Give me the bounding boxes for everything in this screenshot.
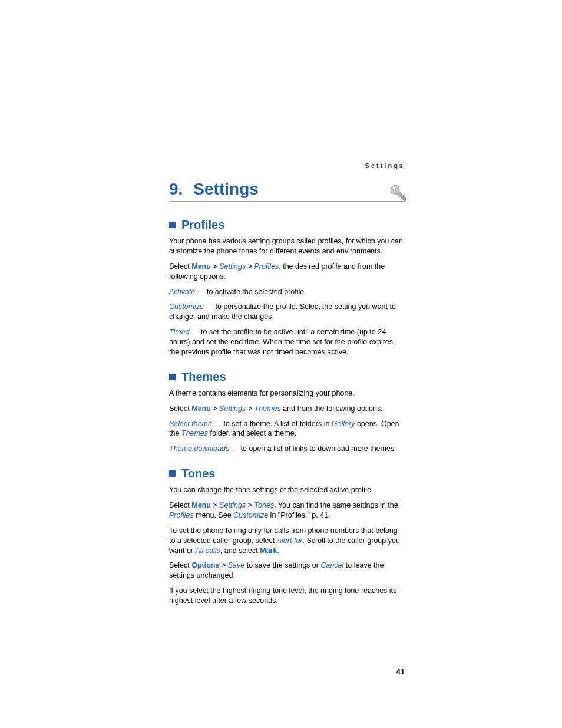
inline-link: All calls bbox=[195, 546, 220, 555]
paragraph: Select Menu > Settings > Themes and from… bbox=[169, 404, 405, 414]
section-heading-profiles: Profiles bbox=[169, 218, 405, 232]
wrench-icon bbox=[388, 183, 411, 207]
text: and from the following options: bbox=[281, 404, 383, 413]
menu-path-item: Options bbox=[191, 561, 219, 569]
option-desc: — to open a list of links to download mo… bbox=[229, 444, 394, 453]
square-bullet-icon bbox=[169, 470, 176, 477]
text: — to set a theme. A list of folders in bbox=[212, 420, 332, 428]
text: in "Profiles," p. 41. bbox=[268, 511, 330, 519]
option-term: Theme downloads bbox=[169, 444, 229, 453]
menu-path-item: Tones bbox=[254, 501, 275, 509]
paragraph: Your phone has various setting groups ca… bbox=[169, 236, 405, 256]
section-title: Themes bbox=[181, 370, 226, 384]
option-desc: — to set the profile to be active until … bbox=[169, 328, 395, 356]
text: > bbox=[219, 561, 227, 569]
menu-path-item: Profiles bbox=[254, 262, 279, 271]
text: > bbox=[211, 404, 219, 413]
text: Select bbox=[169, 404, 191, 413]
inline-link: Mark bbox=[260, 546, 277, 555]
inline-link: Alert for bbox=[277, 536, 303, 545]
text: > bbox=[246, 262, 254, 271]
section-title: Tones bbox=[181, 467, 215, 480]
text: > bbox=[211, 501, 219, 509]
text: > bbox=[246, 404, 254, 413]
menu-path-item: Menu bbox=[191, 501, 211, 509]
section-heading-tones: Tones bbox=[169, 467, 405, 480]
chapter-heading: 9. Settings bbox=[169, 180, 405, 202]
running-header: Settings bbox=[169, 162, 405, 169]
paragraph: Select Menu > Settings > Tones. You can … bbox=[169, 500, 405, 521]
inline-link: Save bbox=[228, 561, 245, 569]
paragraph: Select Menu > Settings > Profiles, the d… bbox=[169, 262, 405, 282]
text: . bbox=[277, 546, 279, 555]
option-select-theme: Select theme — to set a theme. A list of… bbox=[169, 419, 405, 439]
text: folder, and select a theme. bbox=[208, 429, 296, 437]
option-timed: Timed — to set the profile to be active … bbox=[169, 327, 405, 357]
text: Select bbox=[169, 262, 191, 271]
paragraph: To set the phone to ring only for calls … bbox=[169, 526, 405, 556]
paragraph: A theme contains elements for personaliz… bbox=[169, 388, 405, 398]
menu-path-item: Settings bbox=[219, 404, 246, 413]
inline-link: Customize bbox=[233, 511, 268, 519]
option-term: Select theme bbox=[169, 420, 212, 428]
text: to save the settings or bbox=[244, 561, 320, 569]
text: menu. See bbox=[194, 511, 233, 519]
square-bullet-icon bbox=[169, 374, 176, 380]
document-page: Settings 9. Settings Profiles Your phone… bbox=[169, 162, 405, 611]
paragraph: You can change the tone settings of the … bbox=[169, 485, 405, 495]
option-activate: Activate — to activate the selected prof… bbox=[169, 287, 405, 297]
inline-link: Profiles bbox=[169, 511, 194, 519]
menu-path-item: Menu bbox=[191, 404, 211, 413]
text: . You can find the same settings in the bbox=[274, 501, 398, 509]
text: , and select bbox=[220, 546, 260, 555]
option-desc: — to activate the selected profile bbox=[195, 288, 304, 296]
square-bullet-icon bbox=[169, 222, 176, 228]
inline-link: Themes bbox=[181, 429, 208, 437]
inline-link: Gallery bbox=[332, 420, 355, 428]
text: > bbox=[211, 262, 219, 271]
paragraph: If you select the highest ringing tone l… bbox=[169, 586, 405, 606]
menu-path-item: Settings bbox=[219, 501, 246, 509]
menu-path-item: Themes bbox=[254, 404, 281, 413]
inline-link: Cancel bbox=[320, 561, 343, 569]
text: Select bbox=[169, 561, 191, 569]
option-term: Timed bbox=[169, 328, 190, 336]
section-heading-themes: Themes bbox=[169, 370, 405, 384]
chapter-title: Settings bbox=[193, 180, 258, 199]
option-theme-downloads: Theme downloads — to open a list of link… bbox=[169, 444, 405, 454]
section-title: Profiles bbox=[181, 218, 224, 232]
option-term: Customize bbox=[169, 302, 204, 311]
menu-path-item: Menu bbox=[191, 262, 211, 271]
page-number: 41 bbox=[396, 667, 405, 676]
paragraph: Select Options > Save to save the settin… bbox=[169, 561, 405, 581]
menu-path-item: Settings bbox=[219, 262, 246, 271]
text: > bbox=[246, 501, 254, 509]
option-customize: Customize — to personalize the profile. … bbox=[169, 302, 405, 322]
text: Select bbox=[169, 501, 191, 509]
option-term: Activate bbox=[169, 288, 195, 296]
chapter-number: 9. bbox=[169, 180, 183, 199]
